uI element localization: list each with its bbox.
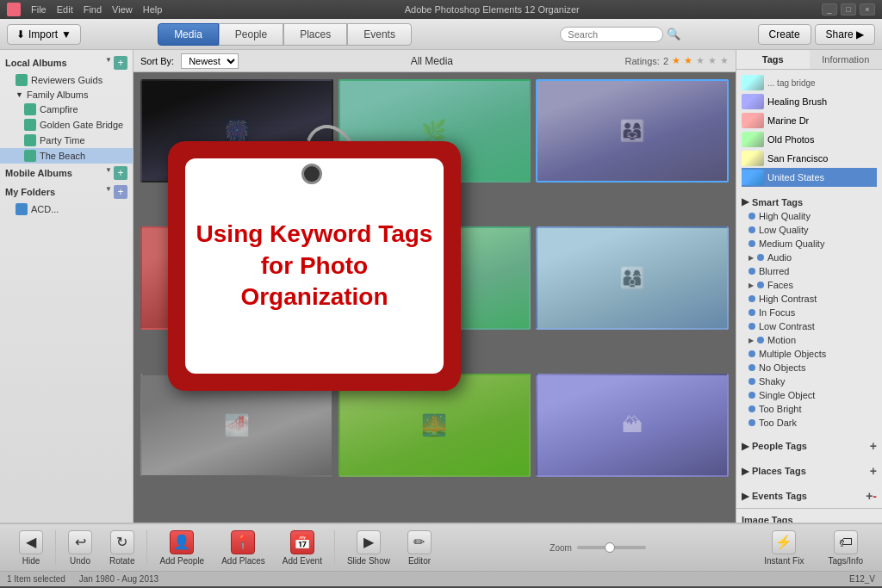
add-events-tag-button[interactable]: + — [866, 489, 873, 503]
star-4[interactable]: ★ — [708, 55, 717, 66]
smart-tag-high-contrast[interactable]: High Contrast — [742, 292, 877, 306]
rotate-button[interactable]: ↻ Rotate — [101, 530, 143, 566]
star-1[interactable]: ★ — [672, 55, 680, 66]
smart-tag-low-contrast[interactable]: Low Contrast — [742, 319, 877, 333]
smart-tag-shaky[interactable]: Shaky — [742, 374, 877, 388]
photo-cell[interactable]: 🌁 — [140, 374, 333, 477]
add-places-button[interactable]: 📍 Add Places — [213, 530, 274, 566]
local-albums-header[interactable]: Local Albums ▼ + — [0, 53, 133, 72]
sidebar-item-campfire[interactable]: Campfire — [0, 102, 133, 117]
photo-cell[interactable]: 🌉 — [339, 374, 531, 477]
add-people-tag-button[interactable]: + — [870, 439, 877, 453]
rotate-icon: ↻ — [110, 530, 134, 554]
hide-icon: ◀ — [19, 530, 43, 554]
sidebar-item-party-time[interactable]: Party Time — [0, 133, 133, 148]
star-3[interactable]: ★ — [696, 55, 705, 66]
zoom-thumb[interactable] — [605, 542, 615, 553]
smart-tag-high-quality[interactable]: High Quality — [742, 209, 877, 223]
import-icon: ⬇ — [16, 28, 25, 40]
editor-button[interactable]: ✏ Editor — [399, 530, 440, 566]
tag-item-old-photos[interactable]: Old Photos — [742, 130, 877, 149]
instant-fix-button[interactable]: ⚡ Instant Fix — [755, 530, 812, 566]
undo-button[interactable]: ↩ Undo — [59, 530, 101, 566]
create-share-buttons: Create Share ▶ — [758, 24, 875, 45]
star-5[interactable]: ★ — [720, 55, 729, 66]
smart-tag-medium-quality[interactable]: Medium Quality — [742, 237, 877, 251]
smart-tag-faces[interactable]: ▶ Faces — [742, 278, 877, 292]
smart-tag-in-focus[interactable]: In Focus — [742, 306, 877, 319]
maximize-button[interactable]: □ — [841, 3, 856, 15]
smart-tag-too-dark[interactable]: Too Dark — [742, 416, 877, 430]
menu-edit[interactable]: Edit — [57, 4, 73, 15]
tags-section: ... tag bridge Healing Brush Marine Dr O… — [736, 70, 882, 190]
sidebar-item-reviewers-guids[interactable]: Reviewers Guids — [0, 72, 133, 88]
tags-info-button[interactable]: 🏷 Tags/Info — [819, 530, 872, 566]
photo-cell[interactable]: 🌉 — [339, 226, 531, 330]
people-tags-title[interactable]: ▶ People Tags + — [742, 436, 877, 455]
smart-tag-motion[interactable]: ▶ Motion — [742, 333, 877, 347]
sort-select[interactable]: Newest Oldest Name — [181, 53, 239, 69]
photo-cell[interactable]: 🏔 — [536, 374, 729, 477]
create-button[interactable]: Create — [758, 24, 811, 45]
title-bar: File Edit Find View Help Adobe Photoshop… — [0, 0, 882, 19]
smart-tags-title[interactable]: ▶ Smart Tags — [742, 194, 877, 209]
right-panel: Tags Information ... tag bridge Healing … — [736, 50, 882, 523]
tab-tags[interactable]: Tags — [736, 50, 810, 69]
add-mobile-album-button[interactable]: + — [114, 166, 127, 180]
events-tags-section: ▶ Events Tags + - — [736, 483, 882, 508]
add-local-album-button[interactable]: + — [114, 56, 127, 70]
add-folder-button[interactable]: + — [114, 185, 127, 199]
menu-help[interactable]: Help — [143, 4, 163, 15]
import-button[interactable]: ⬇ Import ▼ — [7, 24, 81, 45]
remove-events-tag-button[interactable]: - — [873, 489, 877, 503]
hide-button[interactable]: ◀ Hide — [10, 530, 52, 566]
add-places-tag-button[interactable]: + — [870, 464, 877, 478]
tag-item-marine-dr[interactable]: Marine Dr — [742, 111, 877, 130]
photo-cell[interactable]: 👨‍👩‍👦 — [536, 226, 729, 330]
menu-file[interactable]: File — [31, 4, 47, 15]
tab-information[interactable]: Information — [810, 50, 883, 69]
sidebar-item-family-albums[interactable]: ▼ Family Albums — [0, 88, 133, 102]
sidebar-item-folder-acd[interactable]: ACD... — [0, 201, 133, 217]
smart-tag-dot — [748, 240, 755, 247]
sidebar-item-golden-gate[interactable]: Golden Gate Bridge — [0, 117, 133, 133]
smart-tag-multiple-objects[interactable]: Multiple Objects — [742, 347, 877, 361]
tag-item-united-states[interactable]: United States — [742, 168, 877, 187]
smart-tag-blurred[interactable]: Blurred — [742, 264, 877, 278]
mobile-albums-header[interactable]: Mobile Albums ▼ + — [0, 164, 133, 183]
tag-item-healing-brush[interactable]: Healing Brush — [742, 92, 877, 111]
tag-item-prev[interactable]: ... tag bridge — [742, 73, 877, 92]
zoom-slider[interactable] — [577, 546, 646, 549]
menu-view[interactable]: View — [112, 4, 133, 15]
photo-cell[interactable]: 🌿 — [339, 79, 531, 183]
sidebar-item-the-beach[interactable]: The Beach — [0, 148, 133, 164]
slide-show-button[interactable]: ▶ Slide Show — [339, 530, 399, 566]
add-event-button[interactable]: 📅 Add Event — [274, 530, 331, 566]
photo-content-area: Sort By: Newest Oldest Name All Media Ra… — [134, 50, 736, 523]
smart-tag-low-quality[interactable]: Low Quality — [742, 223, 877, 237]
my-folders-header[interactable]: My Folders ▼ + — [0, 183, 133, 201]
search-input[interactable] — [560, 27, 663, 42]
tab-events[interactable]: Events — [347, 23, 412, 46]
star-2[interactable]: ★ — [684, 55, 693, 66]
photo-cell[interactable]: 👨‍👩‍👧 — [536, 79, 729, 183]
photo-cell[interactable]: 🎆 — [140, 79, 333, 183]
tab-places[interactable]: Places — [283, 23, 347, 46]
smart-tag-single-object[interactable]: Single Object — [742, 388, 877, 402]
smart-tag-no-objects[interactable]: No Objects — [742, 361, 877, 374]
minimize-button[interactable]: _ — [822, 3, 837, 15]
close-button[interactable]: × — [860, 3, 875, 15]
tab-media[interactable]: Media — [158, 23, 219, 46]
events-tags-arrow: ▶ — [742, 491, 748, 502]
tab-people[interactable]: People — [219, 23, 283, 46]
places-tags-title[interactable]: ▶ Places Tags + — [742, 461, 877, 480]
events-tags-title[interactable]: ▶ Events Tags + - — [742, 486, 877, 504]
share-button[interactable]: Share ▶ — [815, 24, 875, 45]
smart-tag-audio[interactable]: ▶ Audio — [742, 251, 877, 264]
zoom-area: Zoom — [550, 543, 646, 553]
tag-item-san-francisco[interactable]: San Francisco — [742, 149, 877, 168]
menu-find[interactable]: Find — [84, 4, 102, 15]
smart-tag-too-bright[interactable]: Too Bright — [742, 402, 877, 416]
photo-cell[interactable]: 👨‍👩‍👧‍👦 — [140, 226, 333, 330]
add-people-button[interactable]: 👤 Add People — [151, 530, 213, 566]
